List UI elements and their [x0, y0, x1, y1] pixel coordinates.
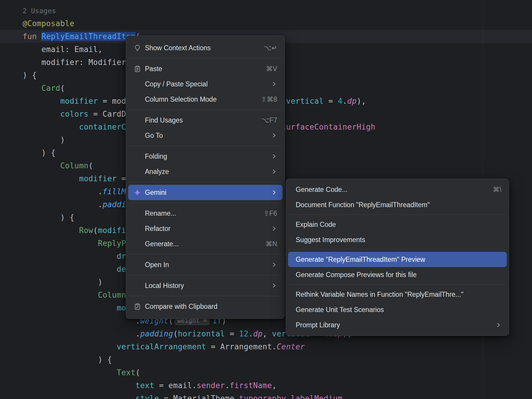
code-token — [23, 226, 79, 235]
code-token: , — [262, 329, 272, 338]
menu-item-copy-paste-special[interactable]: Copy / Paste Special — [128, 76, 282, 92]
code-token: dp — [253, 329, 262, 338]
code-token: padding — [140, 329, 173, 338]
menu-item-label: Compare with Clipboard — [145, 303, 277, 311]
code-token: ) { — [23, 71, 37, 80]
chevron-right-icon — [271, 283, 277, 289]
menu-item-analyze[interactable]: Analyze — [128, 164, 282, 179]
code-token — [23, 368, 117, 377]
menu-item-column-selection-mode[interactable]: Column Selection Mode⇧⌘8 — [128, 92, 282, 107]
code-token: firstName — [230, 381, 272, 390]
code-token: text — [135, 381, 154, 390]
menu-separator — [289, 214, 506, 215]
code-token: 2 Usages — [23, 7, 56, 15]
code-token: ( — [88, 161, 93, 170]
code-token: . — [23, 200, 103, 209]
code-token — [23, 394, 135, 399]
paste-icon — [131, 65, 144, 73]
code-token: Center — [277, 342, 305, 351]
code-token — [23, 304, 117, 312]
code-token: ) — [23, 135, 65, 144]
code-token: Column — [98, 291, 126, 299]
code-token — [23, 84, 41, 93]
menu-item-show-context-actions[interactable]: Show Context Actions⌥↵ — [128, 40, 282, 56]
code-line: Text( — [0, 366, 532, 379]
menu-item-shortcut: ⇧F6 — [264, 209, 277, 217]
chevron-right-icon — [271, 81, 277, 87]
menu-separator — [289, 284, 506, 285]
menu-item-rename[interactable]: Rename...⇧F6 — [128, 206, 282, 221]
code-token: verticalArrangement — [117, 342, 206, 351]
chevron-right-icon — [271, 226, 277, 232]
menu-item-label: Explain Code — [296, 221, 501, 229]
code-token — [23, 97, 60, 105]
menu-item-label: Analyze — [145, 168, 260, 176]
code-line: ) { — [0, 353, 532, 366]
code-token: . — [23, 187, 103, 196]
menu-item-label: Generate... — [145, 240, 254, 248]
code-token: Card — [41, 84, 60, 93]
code-token: = — [324, 97, 338, 105]
menu-item-rethink-variable-names-in-function-replyemailthre[interactable]: Rethink Variable Names in Function "Repl… — [288, 287, 507, 302]
menu-item-generate-compose-previews-for-this-file[interactable]: Generate Compose Previews for this file — [288, 267, 507, 282]
menu-item-label: Find Usages — [145, 116, 250, 124]
code-token: . — [342, 97, 347, 105]
code-token: 12 — [239, 329, 248, 338]
code-token: style — [135, 394, 159, 399]
menu-item-document-function-replyemailthreaditem[interactable]: Document Function "ReplyEmailThreadItem" — [288, 197, 507, 212]
code-token: . — [286, 394, 291, 399]
gemini-icon — [131, 189, 144, 197]
code-token: . — [225, 381, 230, 390]
code-token: typography — [239, 394, 286, 399]
code-token — [23, 161, 60, 170]
menu-separator — [129, 110, 282, 110]
menu-item-open-in[interactable]: Open In — [128, 257, 282, 272]
menu-item-prompt-library[interactable]: Prompt Library — [288, 317, 507, 333]
menu-item-label: Show Context Actions — [145, 44, 252, 52]
code-token — [23, 291, 98, 299]
menu-item-generate-unit-test-scenarios[interactable]: Generate Unit Test Scenarios — [288, 302, 507, 317]
menu-item-explain-code[interactable]: Explain Code — [288, 217, 507, 232]
menu-item-generate-replyemailthreaditem-preview[interactable]: Generate "ReplyEmailThreadItem" Preview — [288, 252, 507, 267]
code-token: ( — [135, 368, 140, 377]
menu-item-label: Rethink Variable Names in Function "Repl… — [296, 291, 501, 299]
code-token — [23, 342, 117, 351]
lightbulb-icon — [131, 44, 144, 52]
menu-item-label: Generate Unit Test Scenarios — [296, 306, 501, 314]
menu-item-folding[interactable]: Folding — [128, 149, 282, 164]
menu-item-paste[interactable]: Paste⌘V — [128, 61, 282, 76]
menu-item-compare-with-clipboard[interactable]: Compare with Clipboard — [128, 299, 282, 314]
menu-item-find-usages[interactable]: Find Usages⌥F7 — [128, 113, 282, 128]
code-token: ( — [173, 329, 178, 338]
code-token: = Arrangement. — [206, 342, 277, 351]
menu-separator — [129, 296, 282, 296]
code-token: Text — [117, 368, 135, 377]
menu-item-shortcut: ⇧⌘8 — [261, 95, 277, 103]
menu-item-generate-code[interactable]: Generate Code...⌘\ — [288, 182, 507, 197]
menu-item-go-to[interactable]: Go To — [128, 128, 282, 143]
menu-separator — [129, 203, 282, 203]
menu-item-label: Local History — [145, 282, 260, 290]
code-token — [23, 381, 135, 390]
menu-item-gemini[interactable]: Gemini — [128, 185, 282, 200]
code-token: , — [272, 381, 277, 390]
menu-separator — [129, 254, 282, 254]
code-line: verticalArrangement = Arrangement.Center — [0, 340, 532, 353]
code-line: style = MaterialTheme.typography.labelMe… — [0, 392, 532, 399]
menu-item-local-history[interactable]: Local History — [128, 278, 282, 293]
code-token: = MaterialTheme. — [159, 394, 239, 399]
chevron-right-icon — [271, 262, 277, 268]
menu-item-label: Column Selection Mode — [145, 95, 249, 103]
menu-item-label: Document Function "ReplyEmailThreadItem" — [296, 201, 501, 209]
code-token: horizontal — [178, 329, 225, 338]
menu-item-shortcut: ⌘N — [265, 240, 277, 248]
menu-item-label: Suggest Improvements — [296, 236, 501, 244]
chevron-right-icon — [271, 153, 277, 159]
menu-item-generate[interactable]: Generate...⌘N — [128, 236, 282, 252]
chevron-right-icon — [496, 322, 501, 328]
code-token: @Composable — [23, 19, 74, 28]
menu-item-suggest-improvements[interactable]: Suggest Improvements — [288, 232, 507, 247]
menu-item-shortcut: ⌘\ — [493, 186, 501, 194]
code-token: . — [23, 316, 140, 325]
menu-item-refactor[interactable]: Refactor — [128, 221, 282, 236]
